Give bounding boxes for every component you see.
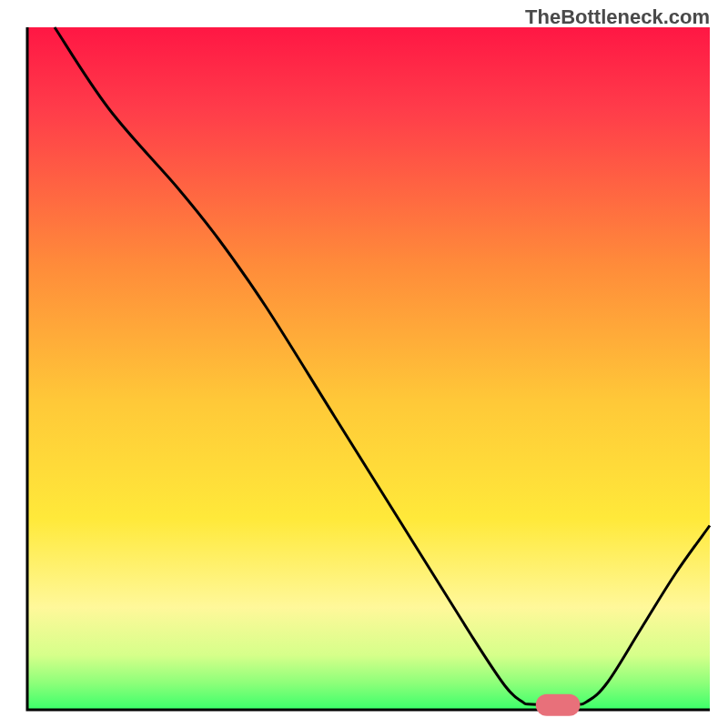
chart-svg — [0, 0, 728, 728]
bottleneck-chart: TheBottleneck.com — [0, 0, 728, 728]
watermark-text: TheBottleneck.com — [525, 5, 710, 29]
optimal-marker — [536, 694, 581, 716]
plot-background — [27, 27, 710, 710]
